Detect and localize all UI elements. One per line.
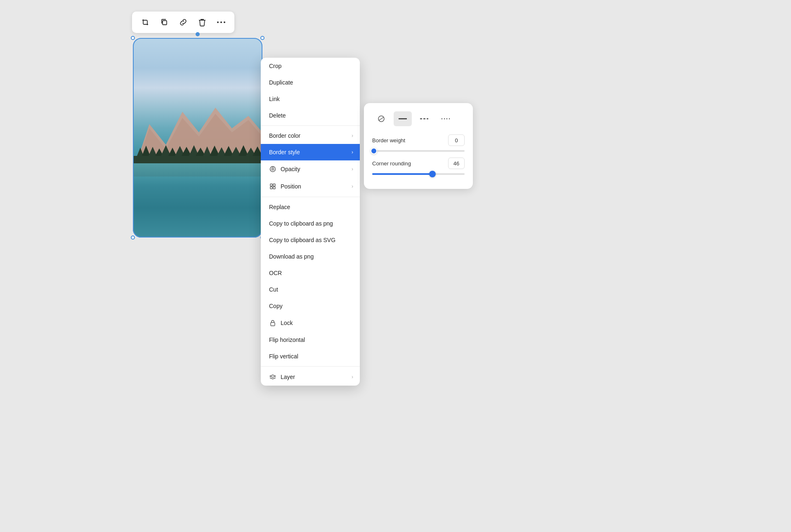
opacity-icon — [269, 165, 276, 173]
corner-rounding-thumb[interactable] — [429, 171, 436, 177]
svg-rect-28 — [270, 187, 272, 189]
border-dashed-btn[interactable] — [415, 111, 433, 126]
duplicate-tool-btn[interactable] — [158, 16, 171, 29]
crop-label: Crop — [269, 63, 281, 69]
menu-item-border-style[interactable]: Border style › — [261, 144, 360, 160]
corner-rounding-fill — [372, 173, 432, 175]
copy-png-label: Copy to clipboard as png — [269, 220, 333, 227]
handle-top-right[interactable] — [260, 36, 264, 40]
cut-label: Cut — [269, 286, 278, 293]
position-label: Position — [281, 183, 301, 190]
opacity-chevron: › — [352, 166, 353, 172]
svg-rect-0 — [163, 21, 167, 25]
corner-rounding-track[interactable] — [372, 173, 465, 175]
handle-bottom-left[interactable] — [131, 235, 135, 240]
context-menu: Crop Duplicate Link Delete Border color … — [261, 58, 360, 386]
menu-item-copy-svg[interactable]: Copy to clipboard as SVG — [261, 232, 360, 248]
toolbar — [132, 12, 234, 33]
flip-v-label: Flip vertical — [269, 353, 298, 360]
menu-item-copy-png[interactable]: Copy to clipboard as png — [261, 215, 360, 232]
border-color-label: Border color — [269, 132, 300, 139]
position-chevron: › — [352, 184, 353, 189]
svg-marker-8 — [142, 146, 150, 156]
svg-marker-12 — [168, 148, 177, 156]
lock-label: Lock — [281, 320, 293, 326]
menu-item-link[interactable]: Link — [261, 91, 360, 107]
corner-rounding-slider[interactable] — [372, 173, 465, 175]
menu-item-delete[interactable]: Delete — [261, 107, 360, 124]
corner-rounding-row: Corner rounding 46 — [372, 158, 465, 169]
ocr-label: OCR — [269, 270, 282, 276]
replace-label: Replace — [269, 204, 290, 210]
svg-rect-29 — [273, 187, 275, 189]
water-layer — [133, 163, 262, 238]
position-icon — [269, 183, 276, 190]
separator-1 — [261, 125, 360, 126]
menu-item-replace[interactable]: Replace — [261, 199, 360, 215]
border-weight-label: Border weight — [372, 137, 405, 144]
menu-item-duplicate[interactable]: Duplicate — [261, 74, 360, 91]
border-weight-value[interactable]: 0 — [448, 134, 465, 146]
svg-marker-17 — [203, 146, 211, 156]
border-solid-btn[interactable] — [394, 111, 412, 126]
layer-label: Layer — [281, 374, 295, 380]
border-color-chevron: › — [352, 133, 353, 139]
border-weight-track[interactable] — [372, 150, 465, 152]
lock-icon — [269, 319, 276, 327]
menu-item-layer[interactable]: Layer › — [261, 368, 360, 386]
link-tool-btn[interactable] — [177, 16, 190, 29]
menu-item-crop[interactable]: Crop — [261, 58, 360, 74]
menu-item-cut[interactable]: Cut — [261, 281, 360, 298]
border-dotted-btn[interactable] — [437, 111, 455, 126]
border-style-chevron: › — [352, 149, 353, 155]
image-content — [133, 38, 262, 238]
handle-top-center[interactable] — [196, 32, 200, 36]
separator-2 — [261, 197, 360, 197]
svg-point-2 — [220, 21, 222, 23]
corner-rounding-value[interactable]: 46 — [448, 158, 465, 169]
duplicate-label: Duplicate — [269, 79, 293, 86]
separator-3 — [261, 366, 360, 367]
canvas-area — [128, 33, 268, 243]
svg-rect-27 — [273, 184, 275, 186]
menu-item-flip-h[interactable]: Flip horizontal — [261, 332, 360, 348]
corner-rounding-label: Corner rounding — [372, 160, 411, 167]
opacity-label: Opacity — [281, 166, 300, 172]
flip-h-label: Flip horizontal — [269, 337, 305, 343]
menu-item-position[interactable]: Position › — [261, 178, 360, 195]
menu-item-download-png[interactable]: Download as png — [261, 248, 360, 265]
menu-item-flip-v[interactable]: Flip vertical — [261, 348, 360, 365]
svg-point-3 — [224, 21, 225, 23]
menu-item-copy[interactable]: Copy — [261, 298, 360, 314]
border-weight-thumb[interactable] — [371, 148, 377, 154]
menu-item-border-color[interactable]: Border color › — [261, 127, 360, 144]
layer-chevron: › — [352, 374, 353, 380]
copy-label: Copy — [269, 303, 283, 309]
link-label: Link — [269, 96, 280, 102]
handle-top-left[interactable] — [131, 36, 135, 40]
border-style-panel: Border weight 0 Corner rounding 46 — [364, 103, 473, 189]
border-none-btn[interactable] — [372, 111, 390, 126]
layer-icon — [269, 373, 276, 381]
menu-item-opacity[interactable]: Opacity › — [261, 160, 360, 178]
copy-svg-label: Copy to clipboard as SVG — [269, 237, 335, 243]
border-style-label: Border style — [269, 149, 300, 155]
menu-item-lock[interactable]: Lock — [261, 314, 360, 332]
crop-tool-btn[interactable] — [139, 16, 152, 29]
border-weight-slider[interactable] — [372, 150, 465, 152]
border-weight-row: Border weight 0 — [372, 134, 465, 146]
menu-item-ocr[interactable]: OCR — [261, 265, 360, 281]
delete-label: Delete — [269, 112, 286, 119]
delete-tool-btn[interactable] — [196, 16, 209, 29]
image-element[interactable] — [133, 38, 262, 238]
svg-point-1 — [217, 21, 219, 23]
svg-rect-26 — [270, 184, 272, 186]
more-options-btn[interactable] — [215, 16, 228, 29]
border-style-row — [372, 111, 465, 126]
svg-marker-9 — [149, 147, 157, 156]
svg-rect-30 — [271, 322, 275, 326]
download-png-label: Download as png — [269, 253, 314, 260]
svg-line-32 — [379, 117, 384, 120]
